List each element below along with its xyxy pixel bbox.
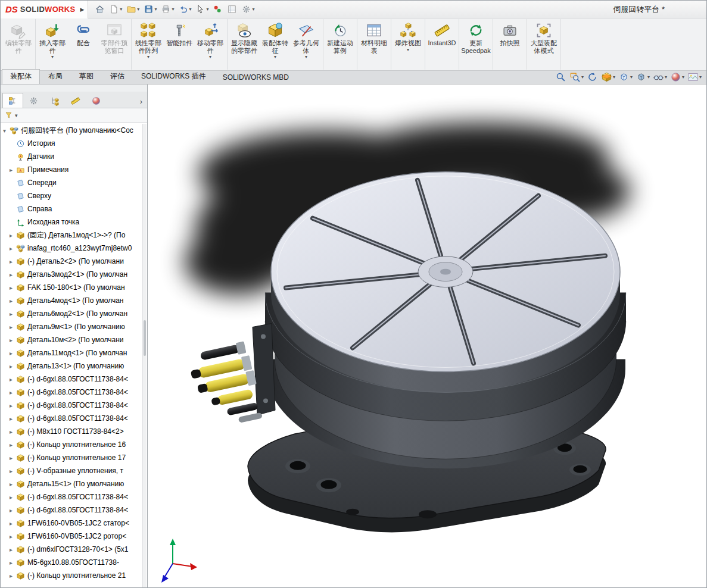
commandmanager-tab[interactable]: 评估 bbox=[102, 69, 133, 84]
expand-arrow[interactable]: ▸ bbox=[10, 271, 16, 278]
tree-item[interactable]: ▸ Деталь4мод<1> (По умолчан bbox=[1, 294, 147, 307]
expand-arrow[interactable]: ▸ bbox=[10, 429, 16, 435]
3d-model-servo-rotary-platform[interactable] bbox=[148, 85, 707, 588]
expand-arrow[interactable]: ▸ bbox=[10, 350, 16, 356]
commandmanager-tab[interactable]: 布局 bbox=[40, 69, 71, 84]
tree-item[interactable]: История bbox=[1, 137, 147, 150]
tree-item[interactable]: ▸ (-) Кольцо уплотнительное 16 bbox=[1, 438, 147, 451]
tree-item[interactable]: ▸ (固定) Деталь1мод<1>->? (По bbox=[1, 229, 147, 242]
view-tool-view-orientation[interactable]: ▾ bbox=[618, 71, 633, 83]
tree-item[interactable]: ▸ (-) d-6gxl.88.05ГОСТ11738-84< bbox=[1, 386, 147, 399]
expand-arrow[interactable]: ▸ bbox=[10, 284, 16, 291]
panel-tab-displaymanager[interactable] bbox=[86, 93, 107, 108]
ribbon-button[interactable]: 参考几何体 ▾ bbox=[291, 19, 322, 70]
tree-item[interactable]: ▸ (-) Кольцо уплотнительное 21 bbox=[1, 569, 147, 582]
ribbon-button[interactable]: 移动零部件 ▾ bbox=[195, 19, 226, 70]
expand-arrow[interactable]: ▸ bbox=[10, 298, 16, 304]
tree-item[interactable]: ▸ (-) M8x110 ГОСТ11738-84<2> bbox=[1, 425, 147, 438]
tree-item[interactable]: ▸ (-) dm6xlГОСТ3128-70<1> (5x1 bbox=[1, 543, 147, 556]
panel-tab-configurationmanager[interactable] bbox=[44, 93, 65, 108]
tree-item[interactable]: ▾ 伺服回转平台 (По умолчанию<Сос bbox=[1, 124, 147, 137]
expand-arrow[interactable]: ▸ bbox=[10, 245, 16, 252]
tree-item[interactable]: ▸ Деталь11мод<1> (По умолчан bbox=[1, 346, 147, 359]
tree-item[interactable]: Спереди bbox=[1, 176, 147, 189]
qat-button-print[interactable]: ▾ bbox=[159, 3, 176, 15]
expand-arrow[interactable]: ▸ bbox=[10, 494, 16, 501]
expand-arrow[interactable]: ▸ bbox=[10, 376, 16, 383]
qat-button-file-properties[interactable]: ▾ bbox=[225, 3, 239, 15]
tree-item[interactable]: ▸ FAK 150-180<1> (По умолчан bbox=[1, 281, 147, 294]
commandmanager-tab[interactable]: SOLIDWORKS 插件 bbox=[133, 69, 214, 84]
ribbon-button[interactable]: 智能扣件 ▾ bbox=[164, 19, 195, 70]
expand-arrow[interactable]: ▸ bbox=[10, 232, 16, 239]
filter-funnel-icon[interactable] bbox=[4, 111, 13, 120]
qat-button-select[interactable]: ▾ bbox=[194, 3, 210, 15]
qat-button-undo[interactable]: ▾ bbox=[176, 3, 193, 15]
tree-scrollbar[interactable] bbox=[142, 124, 147, 587]
tree-item[interactable]: ▸ (-) d-6gxl.88.05ГОСТ11738-84< bbox=[1, 412, 147, 425]
panel-tab-featuremanager[interactable] bbox=[2, 93, 23, 108]
qat-button-rebuild[interactable]: ▾ bbox=[211, 3, 225, 15]
expand-arrow[interactable]: ▸ bbox=[10, 507, 16, 514]
qat-button-options[interactable]: ▾ bbox=[239, 3, 256, 15]
tree-item[interactable]: ▸ Деталь13<1> (По умолчанию bbox=[1, 359, 147, 373]
ribbon-button[interactable]: 零部件预览窗口 ▾ bbox=[99, 19, 130, 70]
expand-arrow[interactable]: ▸ bbox=[10, 481, 16, 487]
qat-button-home[interactable]: ▾ bbox=[93, 3, 107, 15]
ribbon-button[interactable]: 编辑零部件 ▾ bbox=[3, 19, 34, 70]
expand-arrow[interactable]: ▸ bbox=[10, 311, 16, 317]
view-tool-zoom-to-area[interactable]: ▾ bbox=[569, 71, 584, 83]
expand-arrow[interactable]: ▸ bbox=[10, 337, 16, 343]
expand-arrow[interactable]: ▸ bbox=[10, 389, 16, 396]
expand-arrow[interactable]: ▸ bbox=[10, 258, 16, 265]
tree-item[interactable]: ▸ Деталь15<1> (По умолчанию bbox=[1, 477, 147, 490]
ribbon-button[interactable]: 装配体特征 ▾ bbox=[260, 19, 291, 70]
tree-item[interactable]: ▸ (-) d-6gxl.88.05ГОСТ11738-84< bbox=[1, 503, 147, 517]
view-tool-display-style[interactable]: ▾ bbox=[636, 71, 650, 83]
tree-item[interactable]: ▸ 1FW6160-0VB05-1JC2 статор< bbox=[1, 517, 147, 530]
ribbon-button[interactable]: 更新 Speedpak ▾ bbox=[460, 19, 491, 70]
expand-arrow[interactable]: ▸ bbox=[10, 415, 16, 422]
commandmanager-tab[interactable]: SOLIDWORKS MBD bbox=[214, 71, 297, 84]
tree-item[interactable]: Исходная точка bbox=[1, 215, 147, 229]
expand-arrow[interactable]: ▸ bbox=[10, 559, 16, 566]
ribbon-button[interactable]: 线性零部件阵列 ▾ bbox=[133, 19, 164, 70]
tree-item[interactable]: ▸ Примечания bbox=[1, 163, 147, 176]
qat-button-new-document[interactable]: ▾ bbox=[107, 3, 124, 15]
menu-flyout-arrow[interactable]: ▶ bbox=[80, 7, 84, 12]
filter-caret[interactable]: ▾ bbox=[15, 112, 18, 118]
tree-item[interactable]: ▸ M5-6gx10.88.05ГОСТ11738- bbox=[1, 556, 147, 569]
view-tool-edit-appearance[interactable]: ▾ bbox=[670, 71, 684, 83]
ribbon-button[interactable]: 爆炸视图 ▾ bbox=[393, 19, 423, 70]
ribbon-button[interactable]: 材料明细表 ▾ bbox=[359, 19, 390, 70]
tree-scrollbar-thumb[interactable] bbox=[144, 320, 146, 356]
view-tool-section-view[interactable]: ▾ bbox=[601, 71, 615, 83]
view-tool-zoom-fit[interactable]: ▾ bbox=[555, 71, 566, 83]
expand-arrow[interactable]: ▸ bbox=[10, 546, 16, 553]
tree-item[interactable]: ▸ Деталь9м<1> (По умолчанию bbox=[1, 320, 147, 333]
panel-tab-dimxpertmanager[interactable] bbox=[65, 93, 86, 108]
expand-arrow[interactable]: ▸ bbox=[10, 402, 16, 409]
tree-item[interactable]: ▸ (-) Кольцо уплотнительное 17 bbox=[1, 451, 147, 464]
tree-item[interactable]: Датчики bbox=[1, 150, 147, 163]
tree-item[interactable]: ▸ (-) V-образные уплотнения, т bbox=[1, 464, 147, 477]
expand-arrow[interactable]: ▸ bbox=[10, 468, 16, 474]
ribbon-button[interactable]: 显示隐藏的零部件 ▾ bbox=[229, 19, 260, 70]
tree-item[interactable]: ▸ (-) d-6gxl.88.05ГОСТ11738-84< bbox=[1, 399, 147, 412]
tree-item[interactable]: ▸ 1FW6160-0VB05-1JC2 ротор< bbox=[1, 530, 147, 543]
tree-item[interactable]: ▸ inafag_rtc460_a123wyt7mj8etw0 bbox=[1, 242, 147, 255]
tree-item[interactable]: ▸ (-) d-6gxl.88.05ГОСТ11738-84< bbox=[1, 373, 147, 386]
view-tool-hide-show-items[interactable]: ▾ bbox=[653, 71, 667, 83]
expand-arrow[interactable]: ▸ bbox=[10, 520, 16, 527]
ribbon-button[interactable]: 插入零部件 ▾ bbox=[37, 19, 68, 70]
expand-arrow[interactable]: ▸ bbox=[10, 455, 16, 461]
expand-arrow[interactable]: ▸ bbox=[10, 442, 16, 448]
expand-arrow[interactable]: ▸ bbox=[10, 324, 16, 330]
expand-arrow[interactable]: ▸ bbox=[10, 573, 16, 579]
tree-item[interactable]: ▸ Деталь3мод2<1> (По умолчан bbox=[1, 268, 147, 281]
ribbon-button[interactable]: 配合 ▾ bbox=[68, 19, 99, 70]
panel-tab-propertymanager[interactable] bbox=[23, 93, 44, 108]
commandmanager-tab[interactable]: 草图 bbox=[71, 69, 102, 84]
tree-item[interactable]: Сверху bbox=[1, 189, 147, 202]
view-tool-apply-scene[interactable]: ▾ bbox=[687, 71, 702, 83]
